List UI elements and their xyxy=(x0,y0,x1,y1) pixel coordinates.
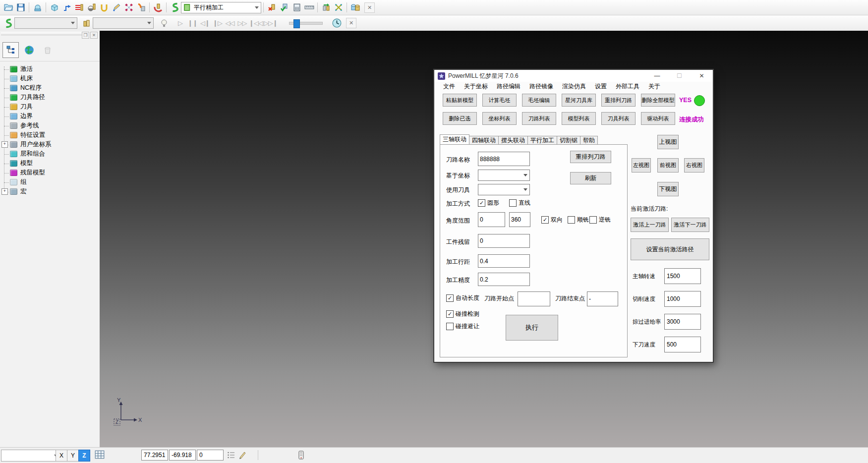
panel-float-icon[interactable]: ❐ xyxy=(82,32,89,39)
grid-icon[interactable] xyxy=(94,449,105,460)
checkbox-option[interactable]: 顺铣 xyxy=(568,216,589,224)
angle-from-input[interactable] xyxy=(478,212,505,227)
end-point-input[interactable] xyxy=(587,291,618,306)
tab-trash-view[interactable] xyxy=(39,42,56,58)
view-left-button[interactable]: 左视图 xyxy=(632,158,651,173)
toolpath-combobox[interactable] xyxy=(14,17,77,29)
auto-length-checkbox[interactable]: 自动长度 xyxy=(446,294,479,302)
edit-toolpath-icon[interactable] xyxy=(110,1,122,13)
dialog-tab[interactable]: 摆头联动 xyxy=(498,136,528,144)
coord-x-input[interactable] xyxy=(141,450,168,461)
tree-item[interactable]: + 残留模型 xyxy=(1,168,100,177)
pause-icon[interactable]: ❙❙ xyxy=(186,17,199,29)
menu-item[interactable]: 关于坐标 xyxy=(460,82,492,91)
z-levels-icon[interactable] xyxy=(73,1,85,13)
dialog-action-button[interactable]: 刀路列表 xyxy=(522,112,556,125)
tolerance-input[interactable] xyxy=(478,273,530,286)
coord-base-combobox[interactable] xyxy=(478,170,530,181)
checkbox-option[interactable]: 圆形 xyxy=(478,199,499,207)
go-start-icon[interactable]: ❙◁◁ xyxy=(248,17,263,29)
stock-remain-input[interactable] xyxy=(478,234,530,248)
speed-input[interactable] xyxy=(664,291,701,307)
play-icon[interactable]: ▷ xyxy=(174,17,186,29)
dialog-tab[interactable]: 帮助 xyxy=(580,136,598,144)
panel-grip[interactable] xyxy=(1,32,82,35)
dialog-action-button[interactable]: 刀具列表 xyxy=(601,112,636,125)
clock-icon[interactable] xyxy=(331,17,343,29)
close-icon[interactable]: ✕ xyxy=(691,70,713,82)
create-block-icon[interactable] xyxy=(48,1,60,13)
dialog-action-button[interactable]: 星河刀具库 xyxy=(562,94,596,107)
open-file-icon[interactable] xyxy=(2,1,14,13)
coord-z-input[interactable] xyxy=(197,450,224,461)
save-icon[interactable] xyxy=(14,1,27,13)
dialog-toggle-icon[interactable] xyxy=(296,450,306,460)
dialog-action-button[interactable]: 删除已选 xyxy=(443,112,477,125)
menu-item[interactable]: 文件 xyxy=(439,82,460,91)
transform-icon[interactable] xyxy=(332,1,345,13)
dialog-tab[interactable]: 四轴联动 xyxy=(469,136,499,144)
tree-item[interactable]: + 边界 xyxy=(1,112,100,121)
tab-tree-view[interactable] xyxy=(2,42,19,58)
activate-next-toolpath-button[interactable]: 激活下一刀路 xyxy=(671,218,709,232)
view-top-button[interactable]: 上视图 xyxy=(657,135,679,149)
tool-arc-icon[interactable] xyxy=(152,1,164,13)
calculator-icon[interactable] xyxy=(290,1,303,13)
tree-item[interactable]: + 激活 xyxy=(1,64,100,74)
rewind-icon[interactable]: ◁◁ xyxy=(224,17,236,29)
strategy-combobox[interactable]: 平行精加工 xyxy=(181,2,261,13)
axis-button[interactable]: Z xyxy=(78,450,90,462)
dialog-action-button[interactable]: 模型列表 xyxy=(562,112,596,125)
expand-icon[interactable]: + xyxy=(1,188,8,195)
dialog-tab[interactable]: 三轴联动 xyxy=(440,134,469,144)
start-point-input[interactable] xyxy=(518,291,550,306)
panel-close-icon[interactable]: ✕ xyxy=(90,32,98,39)
tree-item[interactable]: + 刀具路径 xyxy=(1,93,100,102)
tree-item[interactable]: + 用户坐标系 xyxy=(1,140,100,149)
step-back-icon[interactable]: ◁❙ xyxy=(199,17,211,29)
close-icon[interactable]: ✕ xyxy=(346,18,356,28)
menu-item[interactable]: 设置 xyxy=(590,82,611,91)
print-icon[interactable] xyxy=(31,1,44,13)
fast-forward-icon[interactable]: ▷▷ xyxy=(236,17,248,29)
tool-swap-icon[interactable] xyxy=(320,1,332,13)
collision-avoid-checkbox[interactable]: 碰撞避让 xyxy=(446,322,479,331)
axis-button[interactable]: Y xyxy=(67,450,79,462)
toolpath-strategy-icon[interactable] xyxy=(60,1,73,13)
tool-tip-icon[interactable] xyxy=(85,1,98,13)
go-end-icon[interactable]: ▷▷❙ xyxy=(263,17,278,29)
checkbox-option[interactable]: 逆铣 xyxy=(589,216,611,224)
tree-item[interactable]: + 宏 xyxy=(1,187,100,196)
activate-prev-toolpath-button[interactable]: 激活上一刀路 xyxy=(631,218,669,232)
statusbar-combobox[interactable] xyxy=(1,450,60,462)
menu-item[interactable]: 路径编辑 xyxy=(492,82,525,91)
tree-item[interactable]: + 模型 xyxy=(1,159,100,168)
pattern-points-icon[interactable] xyxy=(122,1,135,13)
tool-verify-icon[interactable] xyxy=(278,1,290,13)
dialog-action-button[interactable]: 计算毛坯 xyxy=(482,94,517,107)
dialog-titlebar[interactable]: PowerMILL 忆梦星河 7.0.6 — ☐ ✕ xyxy=(434,70,713,82)
tab-globe-view[interactable] xyxy=(21,42,37,58)
tool-holder-icon[interactable] xyxy=(98,1,110,13)
tree-item[interactable]: + 机床 xyxy=(1,74,100,83)
speed-input[interactable] xyxy=(664,314,701,330)
step-forward-icon[interactable]: ❙▷ xyxy=(211,17,224,29)
tree-item[interactable]: + 层和组合 xyxy=(1,149,100,159)
plugin-logo-icon[interactable] xyxy=(2,17,14,29)
minimize-icon[interactable]: — xyxy=(646,70,668,82)
lightbulb-icon[interactable] xyxy=(158,17,170,29)
dialog-tab[interactable]: 切割锯 xyxy=(557,136,580,144)
tool-delete-icon[interactable] xyxy=(266,1,278,13)
speed-input[interactable] xyxy=(664,268,701,284)
dialog-tab[interactable]: 平行加工 xyxy=(527,136,557,144)
dialog-action-button[interactable]: 重排列刀路 xyxy=(601,94,636,107)
list-options-icon[interactable] xyxy=(227,451,235,459)
dialog-action-button[interactable]: 毛坯编辑 xyxy=(522,94,556,107)
speed-input[interactable] xyxy=(664,337,701,352)
database-icon[interactable] xyxy=(349,1,361,13)
tool-used-combobox[interactable] xyxy=(478,184,530,195)
dialog-action-button[interactable]: 驱动列表 xyxy=(641,112,675,125)
simulate-pour-icon[interactable] xyxy=(135,1,147,13)
menu-item[interactable]: 外部工具 xyxy=(611,82,644,91)
tools-icon[interactable] xyxy=(80,17,93,29)
